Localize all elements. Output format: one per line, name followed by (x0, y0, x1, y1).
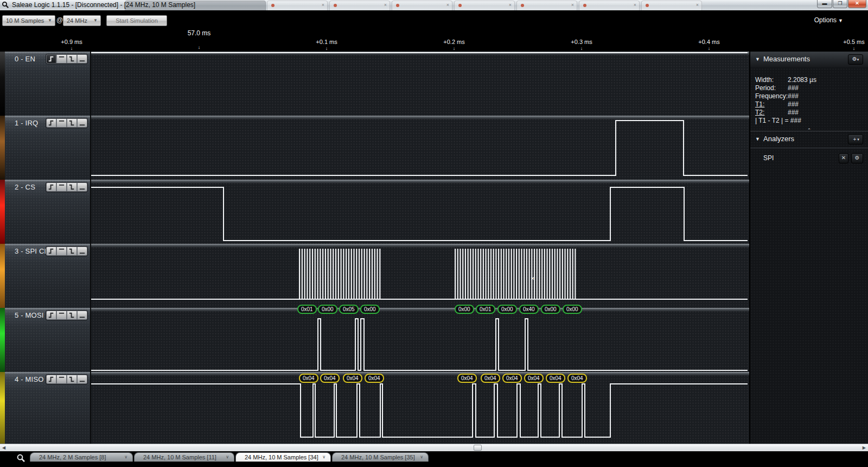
remove-analyzer-button[interactable]: ✕ (839, 153, 848, 163)
trigger-rising-edge-button[interactable] (46, 311, 56, 320)
close-button[interactable]: ✕ (848, 0, 866, 8)
horizontal-scrollbar[interactable]: ◀ ▶ (0, 444, 868, 451)
channel-row-2-cs[interactable]: 2 - CS (0, 180, 749, 244)
scrollbar-thumb[interactable] (474, 445, 482, 451)
restore-button[interactable]: ❐ (833, 0, 847, 8)
trigger-high-level-button[interactable] (56, 247, 67, 256)
trigger-low-level-button[interactable] (77, 118, 87, 128)
low-level-icon (78, 375, 86, 383)
analyzers-header[interactable]: ▼ Analyzers ＋▾ (750, 132, 868, 147)
minimize-button[interactable]: ▬ (817, 0, 832, 8)
tab-dropdown-chevron-icon[interactable]: ∨ (420, 453, 423, 462)
analyzer-settings-gear-button[interactable]: ⚙ (851, 153, 863, 163)
channel-label-block[interactable]: 5 - MOSI (0, 308, 91, 372)
waveform-miso[interactable] (91, 372, 749, 444)
tab-dropdown-chevron-icon[interactable]: ∨ (322, 453, 326, 462)
trigger-rising-edge-button[interactable] (46, 118, 56, 128)
channel-row-1-irq[interactable]: 1 - IRQ (0, 116, 749, 180)
channel-label-block[interactable]: 4 - MISO (0, 372, 91, 444)
channel-label-block[interactable]: 2 - CS (0, 180, 91, 244)
capture-tab[interactable]: 24 MHz, 2 M Samples [8]∨ (30, 452, 133, 462)
options-menu-button[interactable]: Options▼ (814, 16, 843, 24)
trigger-rising-edge-button[interactable] (46, 375, 56, 384)
channel-color-stripe (0, 244, 5, 308)
waveform-spi-clk[interactable] (91, 244, 749, 308)
capture-tab[interactable]: 24 MHz, 10 M Samples [11]∨ (134, 452, 234, 462)
measurement-label[interactable]: T2: (755, 109, 764, 116)
waveform-en[interactable] (91, 52, 749, 116)
trigger-low-level-button[interactable] (77, 375, 87, 384)
waveform-cs[interactable] (91, 180, 749, 244)
capture-tab-active[interactable]: 24 MHz, 10 M Samples [34]∨ (235, 452, 331, 462)
measurement-row: Width:2.2083 µs (750, 76, 868, 84)
trigger-rising-edge-button[interactable] (46, 54, 56, 64)
sample-rate-dropdown[interactable]: 24 MHz▼ (63, 15, 101, 26)
capture-tab-label: 24 MHz, 10 M Samples [35] (341, 454, 415, 460)
background-tab: × (329, 1, 390, 10)
collapse-triangle-icon[interactable]: ▼ (755, 56, 760, 62)
falling-edge-icon (68, 247, 76, 255)
measurement-value: ### (788, 109, 799, 116)
favicon-dot-icon (458, 4, 462, 7)
low-level-icon (78, 119, 86, 127)
search-icon[interactable] (14, 453, 28, 464)
trigger-rising-edge-button[interactable] (46, 247, 56, 256)
trigger-falling-edge-button[interactable] (67, 118, 77, 128)
tab-dropdown-chevron-icon[interactable]: ∨ (226, 453, 229, 462)
channel-row-3-spiclk[interactable]: 3 - SPI CLK (0, 244, 749, 308)
capture-tab[interactable]: 24 MHz, 10 M Samples [35]∨ (332, 452, 429, 462)
mouse-cursor: ✕ (531, 276, 535, 281)
trigger-low-level-button[interactable] (77, 311, 87, 320)
trigger-high-level-button[interactable] (56, 311, 67, 320)
tab-dropdown-chevron-icon[interactable]: ∨ (124, 453, 127, 462)
channel-label-block[interactable]: 3 - SPI CLK (0, 244, 91, 308)
channel-row-0-en[interactable]: 0 - EN (0, 52, 749, 116)
analyzer-row: SPI✕⚙ (750, 154, 868, 163)
miso-byte-badge: 0x04 (524, 374, 544, 383)
trigger-low-level-button[interactable] (77, 247, 87, 256)
trigger-high-level-button[interactable] (56, 54, 67, 64)
channel-name: 0 - EN (15, 55, 35, 63)
timeline-marker-arrow-icon: ↓ (198, 45, 201, 50)
measurements-header[interactable]: ▼ Measurements ⚙▾ (750, 52, 868, 67)
close-icon: × (634, 2, 636, 8)
waveform-mosi[interactable] (91, 308, 749, 372)
trigger-falling-edge-button[interactable] (67, 182, 77, 192)
timeline-tick-arrow-icon: ↓ (71, 46, 73, 51)
measurements-gear-button[interactable]: ⚙▾ (848, 54, 863, 65)
scroll-left-icon[interactable]: ◀ (2, 445, 5, 451)
channel-row-5-mosi[interactable]: 5 - MOSI (0, 308, 749, 372)
trigger-rising-edge-button[interactable] (46, 182, 56, 192)
at-symbol: @ (56, 16, 63, 24)
channel-label-block[interactable]: 0 - EN (0, 52, 91, 116)
trigger-low-level-button[interactable] (77, 54, 87, 64)
trigger-falling-edge-button[interactable] (67, 247, 77, 256)
waveform-channels[interactable]: 0 - EN1 - IRQ2 - CS3 - SPI CLK5 - MOSI4 … (0, 52, 749, 444)
sample-count-dropdown[interactable]: 10 M Samples▼ (2, 15, 55, 26)
channel-label-block[interactable]: 1 - IRQ (0, 116, 91, 180)
trigger-high-level-button[interactable] (56, 118, 67, 128)
start-simulation-button[interactable]: Start Simulation (106, 15, 167, 26)
trigger-falling-edge-button[interactable] (67, 311, 77, 320)
falling-edge-icon (68, 375, 76, 383)
measurement-row: T2:### (750, 109, 868, 117)
channel-color-stripe (0, 308, 5, 372)
trigger-high-level-button[interactable] (56, 182, 67, 192)
trigger-falling-edge-button[interactable] (67, 375, 77, 384)
add-analyzer-button[interactable]: ＋▾ (848, 134, 863, 144)
miso-byte-badge: 0x04 (343, 374, 362, 383)
measurement-label[interactable]: T1: (755, 100, 764, 108)
miso-byte-badge: 0x04 (365, 374, 384, 383)
chevron-down-icon: ▼ (838, 18, 843, 23)
scroll-right-icon[interactable]: ▶ (863, 445, 866, 451)
t1t2-expression: | T1 - T2 | = ### (755, 117, 801, 124)
collapse-triangle-icon[interactable]: ▼ (755, 136, 760, 142)
low-level-icon (78, 311, 86, 319)
panel-divider: ⌃ (750, 131, 868, 131)
trigger-low-level-button[interactable] (77, 182, 87, 192)
channel-color-stripe (0, 372, 5, 444)
waveform-irq[interactable] (91, 116, 749, 180)
trigger-falling-edge-button[interactable] (67, 54, 77, 64)
measurement-label: Width: (755, 76, 774, 84)
trigger-high-level-button[interactable] (56, 375, 67, 384)
